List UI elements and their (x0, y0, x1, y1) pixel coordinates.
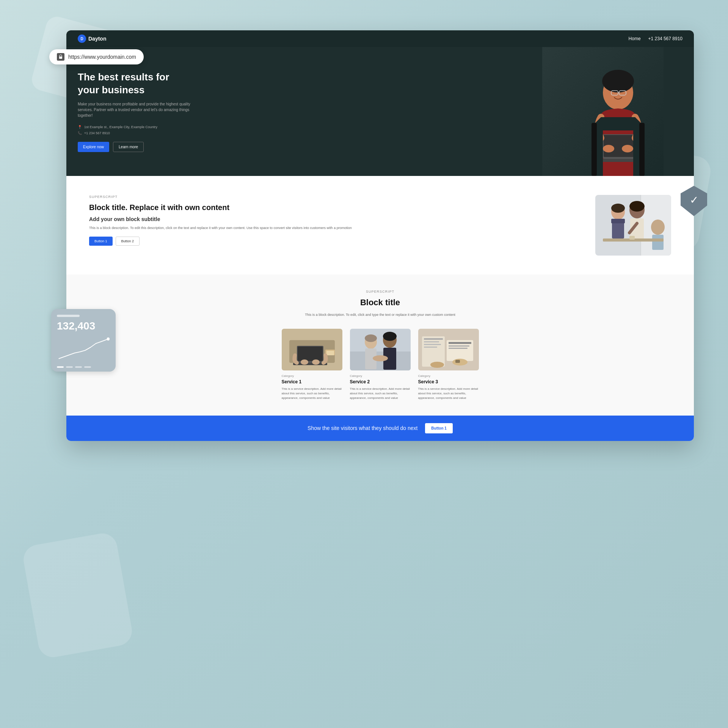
service2-category: Category (350, 374, 411, 378)
svg-point-4 (602, 70, 634, 93)
block1-superscript: SUPERSCRIPT (89, 195, 584, 199)
hero-phone: 📞 +1 234 567 8910 (78, 131, 191, 135)
site-nav: D Dayton Home +1 234 567 8910 (66, 30, 694, 47)
stats-dot-1 (57, 366, 64, 368)
cta-text: Show the site visitors what they should … (308, 425, 417, 431)
svg-rect-56 (449, 345, 469, 347)
cta-button[interactable]: Button 1 (425, 423, 453, 433)
logo-text: Dayton (88, 36, 106, 42)
service3-title: Service 3 (418, 379, 479, 384)
svg-point-1 (107, 337, 110, 340)
service-image-3 (418, 329, 479, 370)
svg-point-45 (373, 355, 388, 361)
svg-rect-24 (652, 235, 664, 250)
stats-number: 132,403 (57, 320, 110, 332)
main-content: SUPERSCRIPT Block title. Replace it with… (66, 176, 694, 441)
stats-dot-2 (66, 366, 73, 368)
stats-widget: 132,403 (51, 309, 116, 372)
address-text: 1st Example st., Example City, Example C… (84, 125, 157, 129)
address-bar[interactable]: https://www.yourdomain.com (49, 49, 144, 64)
stats-dot-4 (84, 366, 91, 368)
nav-links: Home +1 234 567 8910 (629, 36, 682, 41)
hero-buttons: Explore now Learn more (78, 142, 191, 152)
hero-subtitle: Make your business more profitable and p… (78, 101, 191, 118)
stats-bar-indicator (57, 315, 80, 317)
svg-point-27 (611, 204, 625, 213)
block2-description: This is a block description. To edit, cl… (304, 312, 456, 317)
block1-btn1[interactable]: Button 1 (89, 237, 113, 246)
svg-point-12 (622, 145, 633, 152)
service2-title: Service 2 (350, 379, 411, 384)
lock-icon (57, 53, 64, 61)
stats-pagination (57, 366, 110, 368)
block1-subtitle: Add your own block subtitle (89, 216, 584, 222)
checkmark-icon: ✓ (690, 194, 698, 206)
block1-text: SUPERSCRIPT Block title. Replace it with… (89, 195, 584, 246)
stats-dot-3 (75, 366, 82, 368)
nav-logo: D Dayton (78, 35, 106, 43)
stats-chart (57, 336, 110, 362)
hero-title: The best results for your business (78, 71, 191, 97)
svg-rect-50 (424, 338, 443, 340)
service3-category: Category (418, 374, 479, 378)
service2-desc: This is a service description. Add more … (350, 387, 411, 400)
bg-decoration-2 (21, 531, 134, 660)
hero-image (542, 47, 664, 176)
hero-section: The best results for your business Make … (66, 47, 694, 176)
svg-rect-53 (424, 347, 437, 348)
svg-rect-13 (592, 123, 597, 176)
svg-rect-51 (424, 341, 439, 342)
service1-category: Category (282, 374, 342, 378)
block2-title: Block title (89, 297, 671, 308)
services-grid: Category Service 1 This is a service des… (89, 329, 671, 400)
block-section-1: SUPERSCRIPT Block title. Replace it with… (66, 176, 694, 275)
service1-title: Service 1 (282, 379, 342, 384)
svg-rect-60 (455, 360, 460, 363)
block1-buttons: Button 1 Button 2 (89, 237, 584, 246)
svg-rect-38 (326, 351, 334, 355)
svg-rect-33 (298, 347, 323, 361)
hero-content: The best results for your business Make … (66, 56, 203, 167)
block1-btn2[interactable]: Button 2 (116, 237, 140, 246)
phone-icon: 📞 (78, 131, 82, 135)
svg-point-58 (430, 362, 444, 368)
service3-desc: This is a service description. Add more … (418, 387, 479, 400)
url-text: https://www.yourdomain.com (68, 54, 136, 60)
explore-now-button[interactable]: Explore now (78, 142, 109, 152)
website-content: D Dayton Home +1 234 567 8910 (66, 30, 694, 441)
svg-rect-57 (449, 348, 468, 349)
service-card-3: Category Service 3 This is a service des… (418, 329, 479, 400)
svg-point-28 (629, 201, 645, 212)
svg-point-47 (383, 332, 397, 341)
svg-rect-0 (59, 56, 62, 59)
location-icon: 📍 (78, 125, 82, 129)
service-card-2: Category Service 2 This is a service des… (350, 329, 411, 400)
svg-rect-14 (639, 123, 645, 176)
svg-point-46 (365, 334, 377, 342)
svg-rect-49 (422, 336, 445, 367)
cta-bar: Show the site visitors what they should … (66, 416, 694, 441)
svg-point-36 (312, 359, 320, 365)
nav-phone: +1 234 567 8910 (648, 36, 682, 41)
service-image-1 (282, 329, 342, 370)
logo-icon: D (78, 35, 86, 43)
svg-rect-55 (449, 342, 471, 344)
svg-rect-26 (629, 236, 635, 240)
hero-address: 📍 1st Example st., Example City, Example… (78, 125, 191, 129)
svg-point-23 (651, 220, 665, 235)
svg-point-35 (301, 359, 308, 365)
svg-rect-52 (424, 344, 441, 345)
logo-letter: D (80, 37, 83, 41)
block1-title: Block title. Replace it with own content (89, 202, 584, 212)
browser-frame: D Dayton Home +1 234 567 8910 (66, 30, 694, 441)
nav-home[interactable]: Home (629, 36, 641, 41)
service-card-1: Category Service 1 This is a service des… (282, 329, 342, 400)
block-section-2: SUPERSCRIPT Block title This is a block … (66, 275, 694, 416)
svg-point-11 (603, 145, 614, 152)
block1-description: This is a block description. To edit thi… (89, 225, 584, 231)
phone-text: +1 234 567 8910 (84, 131, 110, 135)
service1-desc: This is a service description. Add more … (282, 387, 342, 400)
learn-more-button[interactable]: Learn more (113, 142, 144, 152)
service-image-2 (350, 329, 411, 370)
block1-image (595, 195, 671, 256)
